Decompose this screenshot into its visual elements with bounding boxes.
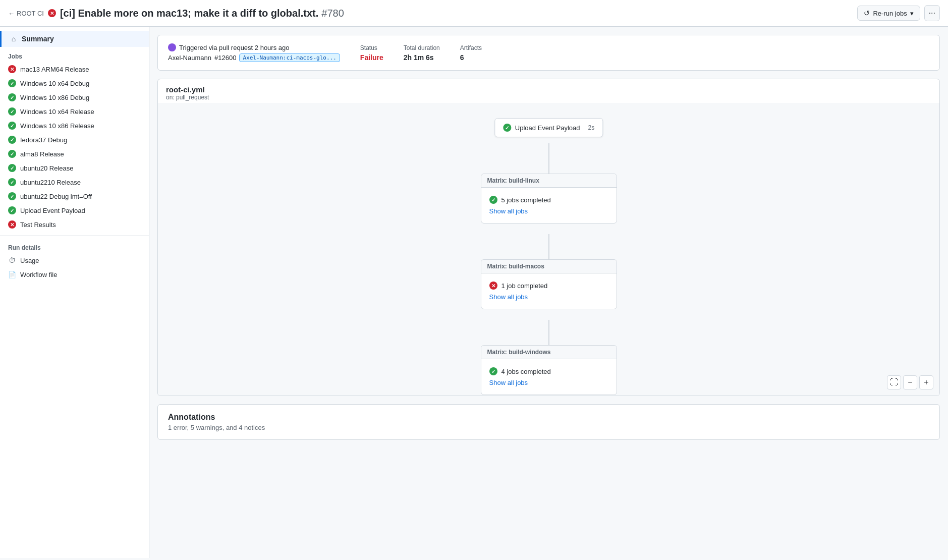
success-icon xyxy=(8,150,16,158)
upload-node-label: Upload Event Payload xyxy=(515,124,580,132)
more-icon: ··· xyxy=(929,9,935,17)
upload-node: Upload Event Payload 2s xyxy=(494,118,603,137)
sidebar-job-label: Windows 10 x86 Debug xyxy=(20,94,89,101)
sidebar-job-item[interactable]: ubuntu22 Debug imt=Off xyxy=(0,189,149,203)
zoom-out-button[interactable]: − xyxy=(903,375,917,389)
upload-node-duration: 2s xyxy=(588,124,594,131)
sidebar-summary-item[interactable]: ⌂ Summary xyxy=(0,31,149,47)
success-icon xyxy=(8,164,16,172)
sidebar-job-item[interactable]: Test Results xyxy=(0,217,149,232)
trigger-actor-icon xyxy=(168,43,176,51)
connector-2 xyxy=(548,234,549,259)
sidebar-job-item[interactable]: Windows 10 x86 Release xyxy=(0,119,149,133)
success-icon xyxy=(8,206,16,214)
sidebar-run-item-label: Usage xyxy=(20,257,39,264)
sidebar-job-label: alma8 Release xyxy=(20,150,64,158)
build-macos-jobs-row: 1 job completed xyxy=(489,282,608,290)
status-label: Status xyxy=(360,44,383,51)
workflow-title: root-ci.yml xyxy=(166,85,931,94)
trigger-pr-info: Axel-Naumann #12600 Axel-Naumann:ci-maco… xyxy=(168,53,340,62)
sidebar-job-label: Windows 10 x64 Release xyxy=(20,108,94,116)
failure-icon xyxy=(8,220,16,229)
title-failure-icon xyxy=(48,9,56,17)
sidebar-job-item[interactable]: alma8 Release xyxy=(0,147,149,161)
success-icon xyxy=(8,136,16,144)
sidebar-job-label: Windows 10 x86 Release xyxy=(20,122,94,130)
build-windows-status-icon xyxy=(489,367,497,375)
fullscreen-button[interactable]: ⛶ xyxy=(887,375,901,389)
matrix-build-macos: Matrix: build-macos 1 job completed Show… xyxy=(481,259,617,309)
upload-success-icon xyxy=(503,124,511,132)
zoom-in-button[interactable]: + xyxy=(919,375,933,389)
sidebar-job-item[interactable]: Windows 10 x64 Debug xyxy=(0,76,149,90)
annotations-subtitle: 1 error, 5 warnings, and 4 notices xyxy=(168,424,929,431)
sidebar-job-label: Windows 10 x64 Debug xyxy=(20,80,89,87)
trigger-status-section: Status Failure xyxy=(360,44,383,62)
sidebar-job-item[interactable]: fedora37 Debug xyxy=(0,133,149,147)
annotations-card: Annotations 1 error, 5 warnings, and 4 n… xyxy=(157,404,940,440)
layout: ⌂ Summary Jobs mac13 ARM64 ReleaseWindow… xyxy=(0,27,948,558)
sidebar-jobs-list: mac13 ARM64 ReleaseWindows 10 x64 DebugW… xyxy=(0,62,149,232)
pr-branch-badge[interactable]: Axel-Naumann:ci-macos-glo... xyxy=(239,53,340,62)
duration-value: 2h 1m 6s xyxy=(404,53,440,62)
run-status-icon xyxy=(48,9,56,17)
build-windows-header: Matrix: build-windows xyxy=(481,346,617,359)
file-icon: 📄 xyxy=(8,270,16,278)
connector-3 xyxy=(548,320,549,345)
build-linux-status-icon xyxy=(489,196,497,204)
success-icon xyxy=(8,107,16,116)
main-content: Triggered via pull request 2 hours ago A… xyxy=(149,27,948,558)
sidebar-job-item[interactable]: ubuntu20 Release xyxy=(0,161,149,175)
top-bar-left: ← ROOT CI [ci] Enable more on mac13; mak… xyxy=(8,8,344,19)
sidebar-job-item[interactable]: mac13 ARM64 Release xyxy=(0,62,149,76)
matrix-build-linux: Matrix: build-linux 5 jobs completed Sho… xyxy=(481,174,617,223)
rerun-button[interactable]: ↺ Re-run jobs ▾ xyxy=(857,6,920,21)
build-windows-show-all: Show all jobs xyxy=(489,378,608,386)
more-button[interactable]: ··· xyxy=(924,5,940,21)
back-link-label: ROOT CI xyxy=(17,10,44,17)
build-linux-header-label: Matrix: build-linux xyxy=(487,177,539,184)
build-windows-show-all-link[interactable]: Show all jobs xyxy=(489,379,528,386)
page-title-text: [ci] Enable more on mac13; make it a dif… xyxy=(60,8,318,19)
connector-1 xyxy=(548,143,549,174)
sidebar-job-label: mac13 ARM64 Release xyxy=(20,66,89,73)
success-icon xyxy=(8,192,16,200)
trigger-card: Triggered via pull request 2 hours ago A… xyxy=(157,35,940,71)
success-icon xyxy=(8,178,16,186)
sidebar-run-item[interactable]: ⏱Usage xyxy=(0,253,149,267)
trigger-meta-section: Triggered via pull request 2 hours ago A… xyxy=(168,43,340,62)
trigger-pr-number: #12600 xyxy=(214,54,236,62)
failure-icon xyxy=(8,65,16,73)
build-windows-jobs-row: 4 jobs completed xyxy=(489,367,608,375)
clock-icon: ⏱ xyxy=(8,256,16,264)
sidebar-run-item[interactable]: 📄Workflow file xyxy=(0,267,149,282)
trigger-artifacts-section: Artifacts 6 xyxy=(460,44,482,62)
trigger-label: Triggered via pull request 2 hours ago xyxy=(179,44,289,51)
build-macos-jobs-label: 1 job completed xyxy=(501,282,548,290)
build-linux-jobs-label: 5 jobs completed xyxy=(501,196,551,204)
trigger-actor: Axel-Naumann xyxy=(168,54,211,62)
run-number: #780 xyxy=(321,8,344,19)
sidebar-job-item[interactable]: Upload Event Payload xyxy=(0,203,149,217)
sidebar-run-item-label: Workflow file xyxy=(20,271,57,278)
sidebar-job-label: ubuntu2210 Release xyxy=(20,179,81,186)
sidebar-run-items: ⏱Usage📄Workflow file xyxy=(0,253,149,282)
workflow-card: root-ci.yml on: pull_request Upload Even… xyxy=(157,79,940,396)
sidebar-jobs-section-label: Jobs xyxy=(0,47,149,62)
workflow-subtitle: on: pull_request xyxy=(166,94,931,101)
sidebar-job-item[interactable]: ubuntu2210 Release xyxy=(0,175,149,189)
build-macos-header-label: Matrix: build-macos xyxy=(487,263,544,270)
sidebar-job-label: ubuntu22 Debug imt=Off xyxy=(20,193,92,200)
top-bar-right: ↺ Re-run jobs ▾ ··· xyxy=(857,5,940,21)
workflow-diagram: Upload Event Payload 2s Matrix: build-li… xyxy=(158,103,939,396)
back-link[interactable]: ← ROOT CI xyxy=(8,10,44,17)
sidebar: ⌂ Summary Jobs mac13 ARM64 ReleaseWindow… xyxy=(0,27,149,558)
sidebar-job-item[interactable]: Windows 10 x86 Debug xyxy=(0,90,149,104)
upload-node-box[interactable]: Upload Event Payload 2s xyxy=(494,118,603,137)
rerun-icon: ↺ xyxy=(864,9,870,17)
build-macos-show-all-link[interactable]: Show all jobs xyxy=(489,293,528,301)
build-macos-show-all: Show all jobs xyxy=(489,293,608,301)
sidebar-job-item[interactable]: Windows 10 x64 Release xyxy=(0,104,149,119)
build-linux-show-all-link[interactable]: Show all jobs xyxy=(489,207,528,215)
status-value: Failure xyxy=(360,53,383,62)
